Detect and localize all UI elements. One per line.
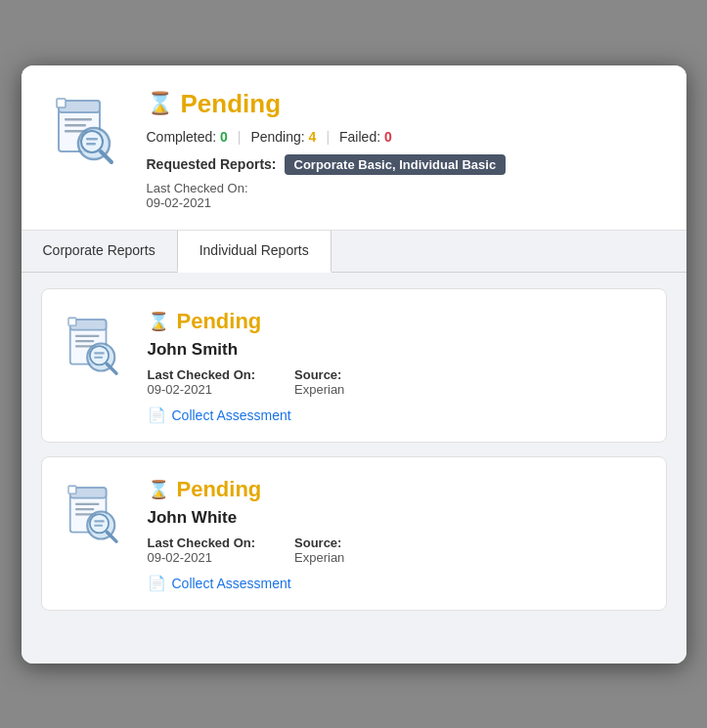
svg-rect-20 <box>94 352 105 354</box>
requested-label: Requested Reports: <box>147 156 277 172</box>
collect-assessment-link-0[interactable]: 📄 Collect Assessment <box>148 407 291 424</box>
card-hourglass-icon-1: ⌛ <box>148 479 169 500</box>
svg-point-7 <box>81 131 103 152</box>
source-1: Source: Experian <box>294 535 344 565</box>
status-card: ⌛ Pending Completed: 0 | Pending: 4 | Fa… <box>22 65 686 231</box>
card-status-1: Pending <box>177 477 262 502</box>
svg-rect-2 <box>65 118 92 121</box>
report-card-info-0: ⌛ Pending John Smith Last Checked On: 09… <box>148 309 644 424</box>
svg-rect-13 <box>75 334 100 336</box>
pending-value: 4 <box>309 129 317 145</box>
svg-rect-21 <box>94 356 103 358</box>
svg-rect-24 <box>75 502 100 504</box>
svg-rect-25 <box>75 508 94 510</box>
failed-label: Failed: <box>339 129 380 145</box>
last-checked-date: 09-02-2021 <box>147 195 659 210</box>
failed-value: 0 <box>384 129 392 145</box>
svg-rect-3 <box>65 124 86 127</box>
collect-doc-icon-0: 📄 <box>148 407 166 424</box>
svg-rect-27 <box>68 486 76 493</box>
svg-rect-9 <box>86 138 98 141</box>
svg-point-29 <box>89 514 108 533</box>
svg-rect-32 <box>94 524 103 526</box>
tab-individual[interactable]: Individual Reports <box>178 231 331 273</box>
report-card-info-1: ⌛ Pending John White Last Checked On: 09… <box>148 477 644 592</box>
tabs-bar: Corporate Reports Individual Reports <box>22 231 686 273</box>
last-checked-1: Last Checked On: 09-02-2021 <box>148 535 256 565</box>
pending-label: Pending: <box>250 129 304 145</box>
requested-badge: Corporate Basic, Individual Basic <box>285 154 507 175</box>
last-checked-label: Last Checked On: <box>147 181 659 195</box>
tab-content-individual: ⌛ Pending John Smith Last Checked On: 09… <box>22 273 686 664</box>
main-window: ⌛ Pending Completed: 0 | Pending: 4 | Fa… <box>22 65 686 664</box>
card-meta-0: Last Checked On: 09-02-2021 Source: Expe… <box>148 367 644 397</box>
svg-point-18 <box>89 346 108 364</box>
card-status-0: Pending <box>177 309 262 334</box>
requested-row: Requested Reports: Corporate Basic, Indi… <box>147 154 659 175</box>
collect-doc-icon-1: 📄 <box>148 575 166 592</box>
svg-rect-16 <box>68 318 76 325</box>
collect-assessment-link-1[interactable]: 📄 Collect Assessment <box>148 575 291 592</box>
card-hourglass-icon-0: ⌛ <box>148 311 169 332</box>
source-0: Source: Experian <box>294 367 344 397</box>
status-counts: Completed: 0 | Pending: 4 | Failed: 0 <box>147 129 659 145</box>
report-card-icon-0 <box>62 313 130 381</box>
svg-rect-10 <box>86 143 96 146</box>
report-card-1: ⌛ Pending John White Last Checked On: 09… <box>41 456 667 611</box>
svg-rect-31 <box>94 520 105 522</box>
card-name-1: John White <box>148 508 644 528</box>
card-name-0: John Smith <box>148 340 644 360</box>
hourglass-icon: ⌛ <box>147 91 173 116</box>
header-report-icon <box>49 93 127 171</box>
svg-rect-14 <box>75 340 94 342</box>
status-info: ⌛ Pending Completed: 0 | Pending: 4 | Fa… <box>147 89 659 210</box>
report-card-0: ⌛ Pending John Smith Last Checked On: 09… <box>41 288 667 443</box>
header-status-title: Pending <box>181 89 282 119</box>
completed-value: 0 <box>220 129 228 145</box>
tab-corporate[interactable]: Corporate Reports <box>22 231 178 272</box>
svg-rect-5 <box>57 99 66 107</box>
last-checked-0: Last Checked On: 09-02-2021 <box>148 367 256 397</box>
report-card-icon-1 <box>62 481 130 549</box>
completed-label: Completed: <box>147 129 217 145</box>
card-meta-1: Last Checked On: 09-02-2021 Source: Expe… <box>148 535 644 565</box>
